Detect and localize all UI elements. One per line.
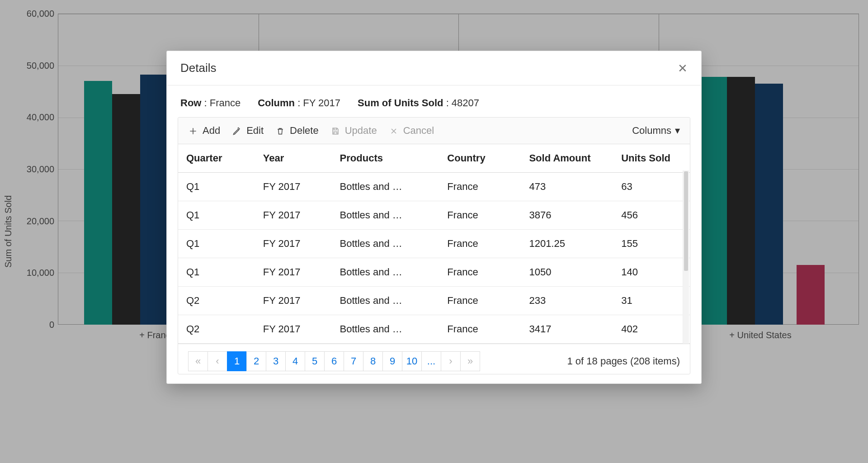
cell-year: FY 2017 [255, 315, 332, 344]
detail-table: Quarter Year Products Country Sold Amoun… [178, 144, 690, 344]
delete-button[interactable]: Delete [275, 125, 319, 137]
col-year[interactable]: Year [255, 144, 332, 173]
scrollbar-thumb[interactable] [684, 171, 688, 271]
cell-year: FY 2017 [255, 230, 332, 258]
cell-sold_amount: 473 [521, 173, 613, 201]
trash-icon [275, 125, 285, 137]
update-button: Update [330, 125, 377, 137]
pager: «‹12345678910...›» 1 of 18 pages (208 it… [178, 344, 690, 374]
cell-sold_amount: 233 [521, 287, 613, 315]
table-header-row: Quarter Year Products Country Sold Amoun… [178, 144, 690, 173]
table-row[interactable]: Q1FY 2017Bottles and …France1201.25155 [178, 230, 690, 258]
pager-page-4[interactable]: 4 [285, 351, 305, 371]
cell-year: FY 2017 [255, 173, 332, 201]
pager-next[interactable]: › [441, 351, 461, 371]
cell-units_sold: 402 [613, 315, 690, 344]
pager-page-8[interactable]: 8 [363, 351, 383, 371]
table-row[interactable]: Q1FY 2017Bottles and …France1050140 [178, 258, 690, 287]
cell-country: France [439, 201, 521, 230]
col-products[interactable]: Products [332, 144, 439, 173]
grid-toolbar: Add Edit Delete Update Cancel Columns ▾ [178, 118, 690, 144]
save-icon [330, 125, 340, 137]
cell-quarter: Q1 [178, 173, 255, 201]
table-row[interactable]: Q1FY 2017Bottles and …France3876456 [178, 201, 690, 230]
add-label: Add [203, 125, 220, 137]
cell-quarter: Q1 [178, 258, 255, 287]
update-label: Update [345, 125, 377, 137]
col-unitssold[interactable]: Units Sold [613, 144, 690, 173]
cell-units_sold: 31 [613, 287, 690, 315]
column-value: FY 2017 [303, 97, 340, 109]
columns-label: Columns [632, 125, 671, 137]
cell-year: FY 2017 [255, 258, 332, 287]
pager-info: 1 of 18 pages (208 items) [567, 355, 680, 367]
edit-label: Edit [246, 125, 264, 137]
table-row[interactable]: Q2FY 2017Bottles and …France3417402 [178, 315, 690, 344]
cell-country: France [439, 230, 521, 258]
row-label: Row [180, 97, 201, 109]
aggregate-label: Sum of Units Sold [358, 97, 443, 109]
col-quarter[interactable]: Quarter [178, 144, 255, 173]
column-label: Column [258, 97, 295, 109]
table-row[interactable]: Q2FY 2017Bottles and …France23331 [178, 287, 690, 315]
detail-grid: Add Edit Delete Update Cancel Columns ▾ [178, 117, 690, 374]
cell-products: Bottles and … [332, 173, 439, 201]
pager-page-9[interactable]: 9 [382, 351, 402, 371]
cell-products: Bottles and … [332, 287, 439, 315]
pager-first[interactable]: « [188, 351, 208, 371]
cancel-button: Cancel [389, 125, 434, 137]
cell-products: Bottles and … [332, 315, 439, 344]
columns-dropdown[interactable]: Columns ▾ [632, 125, 680, 137]
cell-country: France [439, 287, 521, 315]
cell-sold_amount: 1050 [521, 258, 613, 287]
pager-prev[interactable]: ‹ [208, 351, 227, 371]
cell-country: France [439, 258, 521, 287]
pager-page-2[interactable]: 2 [246, 351, 266, 371]
aggregate-value: 48207 [452, 97, 479, 109]
pager-page-10[interactable]: 10 [402, 351, 422, 371]
cell-country: France [439, 315, 521, 344]
pager-page-1[interactable]: 1 [227, 351, 247, 371]
pager-page-5[interactable]: 5 [305, 351, 325, 371]
close-icon [389, 125, 399, 137]
cell-year: FY 2017 [255, 201, 332, 230]
pager-page-3[interactable]: 3 [266, 351, 286, 371]
cell-quarter: Q1 [178, 201, 255, 230]
cell-quarter: Q2 [178, 315, 255, 344]
pager-page-6[interactable]: 6 [324, 351, 344, 371]
table-row[interactable]: Q1FY 2017Bottles and …France47363 [178, 173, 690, 201]
pager-last[interactable]: » [460, 351, 480, 371]
cell-units_sold: 456 [613, 201, 690, 230]
cell-units_sold: 155 [613, 230, 690, 258]
table-scrollbar[interactable] [683, 170, 689, 344]
cell-products: Bottles and … [332, 201, 439, 230]
plus-icon [188, 125, 198, 137]
pager-page-7[interactable]: 7 [344, 351, 363, 371]
cell-quarter: Q1 [178, 230, 255, 258]
delete-label: Delete [290, 125, 319, 137]
edit-button[interactable]: Edit [232, 125, 264, 137]
cell-products: Bottles and … [332, 230, 439, 258]
cell-quarter: Q2 [178, 287, 255, 315]
col-country[interactable]: Country [439, 144, 521, 173]
add-button[interactable]: Add [188, 125, 220, 137]
cell-sold_amount: 3417 [521, 315, 613, 344]
cell-units_sold: 140 [613, 258, 690, 287]
close-icon[interactable]: ✕ [678, 62, 688, 74]
col-soldamount[interactable]: Sold Amount [521, 144, 613, 173]
cancel-label: Cancel [403, 125, 434, 137]
dialog-header: Details ✕ [167, 51, 701, 85]
detail-meta: Row :France Column :FY 2017 Sum of Units… [167, 85, 701, 117]
cell-products: Bottles and … [332, 258, 439, 287]
cell-sold_amount: 3876 [521, 201, 613, 230]
chevron-down-icon: ▾ [675, 125, 680, 137]
pager-ellipsis[interactable]: ... [421, 351, 441, 371]
cell-sold_amount: 1201.25 [521, 230, 613, 258]
row-value: France [210, 97, 241, 109]
pencil-icon [232, 125, 242, 137]
cell-units_sold: 63 [613, 173, 690, 201]
dialog-title: Details [180, 61, 216, 75]
details-dialog: Details ✕ Row :France Column :FY 2017 Su… [166, 51, 702, 384]
cell-country: France [439, 173, 521, 201]
cell-year: FY 2017 [255, 287, 332, 315]
